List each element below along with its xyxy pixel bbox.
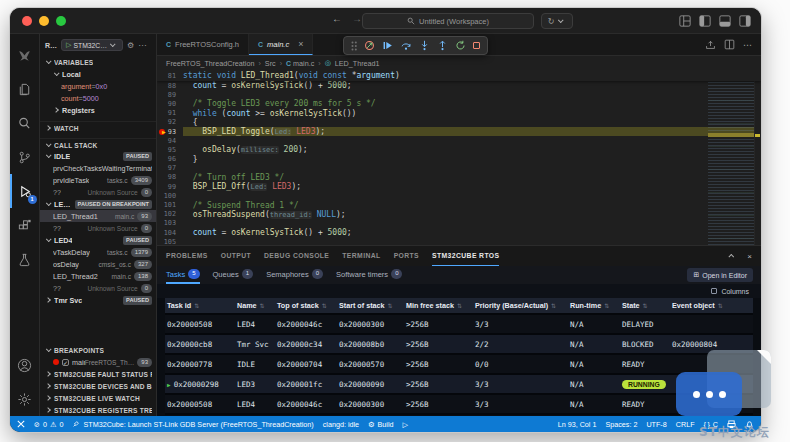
sidebar-item-vTaskDelay[interactable]: vTaskDelaytasks.c1379 <box>40 246 156 258</box>
code-line-94[interactable]: 94 <box>157 136 761 145</box>
column-header-run-time[interactable]: Run-time⇅ <box>568 301 620 310</box>
sidebar-item-osDelay[interactable]: osDelaycmsis_os.c327 <box>40 258 156 270</box>
breadcrumb-item-Src[interactable]: Src <box>265 59 276 68</box>
column-header-name[interactable]: Name⇅ <box>235 301 275 310</box>
code-line-105[interactable]: 105 <box>157 237 761 245</box>
minimize-window-button[interactable] <box>39 16 49 26</box>
code-line-102[interactable]: 102 osThreadSuspend(thread_id: NULL); <box>157 210 761 219</box>
breadcrumb-item-main.c[interactable]: Cmain.c <box>286 59 314 68</box>
code-text[interactable]: BSP_LED_Off(Led: LED3); <box>183 182 301 191</box>
overview-ruler[interactable] <box>754 70 761 245</box>
gutter-line-92[interactable]: 92 <box>157 118 183 126</box>
gutter-line-97[interactable]: 97 <box>157 164 183 172</box>
code-text[interactable]: while (count >= osKernelSysTick()) <box>183 109 356 118</box>
column-header-top-of-stack[interactable]: Top of stack⇅ <box>275 301 337 310</box>
sidebar-section-STM32CUBE LIVE WATCH[interactable]: STM32CUBE LIVE WATCH <box>40 392 156 404</box>
code-line-91[interactable]: 91 while (count >= osKernelSysTick()) <box>157 109 761 118</box>
sidebar-section-STM32CUBE DEVICES AND BOARDS[interactable]: STM32CUBE DEVICES AND BOARDS <box>40 380 156 392</box>
code-line-99[interactable]: 99 BSP_LED_Off(Led: LED3); <box>157 182 761 191</box>
remote-indicator[interactable] <box>17 420 25 428</box>
tab-FreeRTOSConfig.h[interactable]: CFreeRTOSConfig.h <box>157 34 249 55</box>
sidebar-item-Registers[interactable]: Registers <box>40 104 156 116</box>
code-editor[interactable]: 81 static void LED_Thread1(void const *a… <box>157 70 761 245</box>
toggle-sidebar-right-icon[interactable] <box>739 15 751 27</box>
sidebar-section-CALL STACK[interactable]: CALL STACK <box>40 138 156 150</box>
code-text[interactable]: /* Suspend Thread 1 */ <box>183 201 299 210</box>
columns-checkbox[interactable] <box>711 288 717 294</box>
table-row-led4[interactable]: 0x20000508LED40x2000046c0x20000300>256B3… <box>165 395 753 415</box>
code-line-103[interactable]: 103 <box>157 219 761 228</box>
sidebar-item-LED4[interactable]: LED4PAUSED <box>40 234 156 246</box>
stop-icon[interactable] <box>473 42 480 49</box>
gutter-line-88[interactable]: 88 <box>157 82 183 90</box>
toggle-sidebar-left-icon[interactable] <box>699 15 711 27</box>
sidebar-item-IDLE[interactable]: IDLEPAUSED <box>40 150 156 162</box>
gutter-line-91[interactable]: 91 <box>157 109 183 117</box>
step-over-icon[interactable] <box>400 40 412 51</box>
sidebar-item-??[interactable]: ??Unknown Source0 <box>40 222 156 234</box>
subtab-queues[interactable]: Queues1 <box>213 266 254 284</box>
publish-icon[interactable] <box>705 39 716 50</box>
code-text[interactable]: } <box>183 155 197 164</box>
continue-icon[interactable] <box>382 40 393 51</box>
sidebar-item-extensions[interactable] <box>10 208 40 242</box>
code-line-95[interactable]: 95 osDelay(millisec: 200); <box>157 145 761 154</box>
minimap[interactable] <box>708 70 754 245</box>
sidebar-item-source-control[interactable] <box>10 140 40 174</box>
account-icon[interactable] <box>10 348 40 382</box>
eol-status[interactable]: CRLF <box>676 420 695 429</box>
gutter-line-90[interactable]: 90 <box>157 100 183 108</box>
table-row-idle[interactable]: 0x20000778IDLE0x200007040x20000570>256B0… <box>165 355 753 375</box>
checkbox-checked-icon[interactable]: ✓ <box>62 359 69 366</box>
close-tab-icon[interactable]: × <box>298 40 303 49</box>
close-window-button[interactable] <box>22 16 32 26</box>
panel-tab-problems[interactable]: PROBLEMS <box>166 246 208 266</box>
code-text[interactable]: osDelay(millisec: 200); <box>183 145 308 154</box>
code-line-88[interactable]: 88 count = osKernelSysTick() + 5000; <box>157 81 761 90</box>
sidebar-item-prvIdleTask[interactable]: prvIdleTasktasks.c3409 <box>40 174 156 186</box>
customize-layout-icon[interactable] <box>679 15 691 27</box>
code-line-92[interactable]: 92 { <box>157 118 761 127</box>
panel-tab-terminal[interactable]: TERMINAL <box>342 246 380 266</box>
code-text[interactable]: count = osKernelSysTick() + 5000; <box>183 228 352 237</box>
sidebar-item-Local[interactable]: Local <box>40 68 156 80</box>
toggle-panel-icon[interactable] <box>719 15 731 27</box>
back-icon[interactable]: ← <box>332 13 342 24</box>
gutter-line-99[interactable]: 99 <box>157 183 183 191</box>
panel-tab-output[interactable]: OUTPUT <box>221 246 251 266</box>
code-line-96[interactable]: 96 } <box>157 155 761 164</box>
expand-row-icon[interactable]: ▶ <box>167 381 171 388</box>
code-line-93[interactable]: ▶93 BSP_LED_Toggle(Led: LED3); <box>157 127 761 136</box>
table-row-tmr-svc[interactable]: 0x20000cb8Tmr Svc0x20000c340x200008b0>25… <box>165 335 753 355</box>
sidebar-item-??[interactable]: ??Unknown Source0 <box>40 282 156 294</box>
sidebar-section-STM32CUBE REGISTERS TREE[interactable]: STM32CUBE REGISTERS TREE <box>40 404 156 416</box>
table-row-led4[interactable]: 0x20000508LED40x2000046c0x20000300>256B3… <box>165 315 753 335</box>
split-editor-icon[interactable] <box>724 39 735 50</box>
panel-tab-debug-console[interactable]: DEBUG CONSOLE <box>264 246 329 266</box>
code-text[interactable]: BSP_LED_Toggle(Led: LED3); <box>183 127 325 136</box>
breadcrumb-item-LED_Thread1[interactable]: ◎LED_Thread1 <box>325 59 380 68</box>
column-header-min-free-stack[interactable]: Min free stack⇅ <box>404 301 473 310</box>
column-header-priority-base-actual-[interactable]: Priority (Base/Actual)⇅ <box>473 301 568 310</box>
zoom-window-button[interactable] <box>56 16 66 26</box>
panel-tab-stm32cube-rtos[interactable]: STM32CUBE RTOS <box>432 246 499 266</box>
sidebar-item-testing-flask[interactable] <box>10 242 40 276</box>
step-into-icon[interactable] <box>419 40 430 51</box>
gutter-line-104[interactable]: 104 <box>157 229 183 237</box>
sidebar-item-prvCheckTasksWaitingTerminati[interactable]: prvCheckTasksWaitingTerminati <box>40 162 156 174</box>
column-header-event-object[interactable]: Event object⇅ <box>670 301 753 310</box>
sidebar-section-VARIABLES[interactable]: VARIABLES <box>40 56 156 68</box>
sidebar-item-main.c[interactable]: ✓main.cFreeRTOS_Th…93 <box>40 356 156 368</box>
sidebar-item-count[interactable]: count = 5000 <box>40 92 156 104</box>
table-row-led3[interactable]: ▶0x20000298LED30x200001fc0x20000090>256B… <box>165 375 753 395</box>
gutter-line-103[interactable]: 103 <box>157 219 183 227</box>
indentation-status[interactable]: Spaces: 2 <box>605 420 637 429</box>
column-header-state[interactable]: State⇅ <box>620 301 670 310</box>
column-header-task-id[interactable]: Task id⇅ <box>165 301 235 310</box>
sidebar-section-WATCH[interactable]: WATCH <box>40 121 156 133</box>
maximize-panel-icon[interactable] <box>729 254 735 260</box>
gear-icon[interactable]: ⚙ <box>127 41 134 50</box>
gutter-line-96[interactable]: 96 <box>157 155 183 163</box>
sidebar-section-BREAKPOINTS[interactable]: BREAKPOINTS <box>40 344 156 356</box>
close-panel-icon[interactable]: × <box>747 252 752 261</box>
